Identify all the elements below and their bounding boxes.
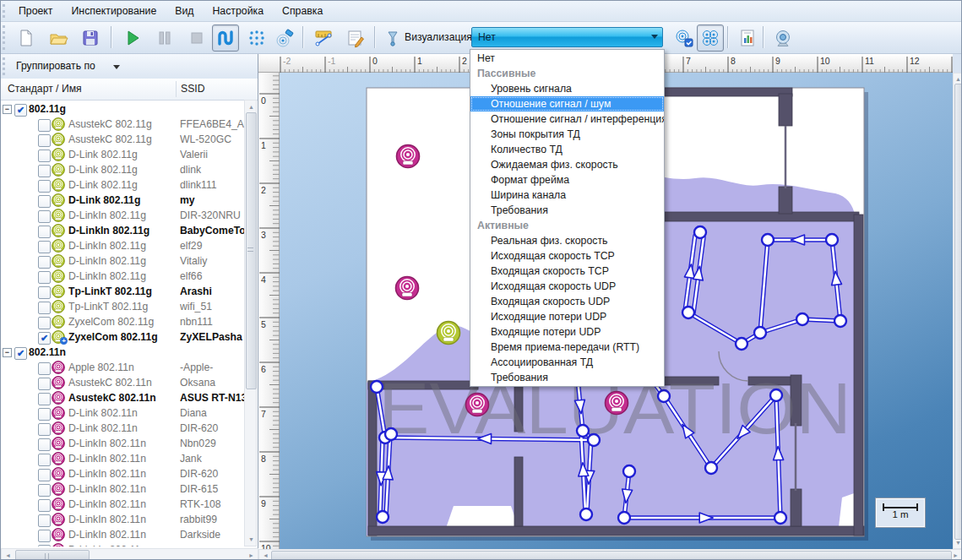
ap-checkbox[interactable] (38, 134, 51, 147)
menu-item-2[interactable]: Вид (166, 1, 203, 21)
tree-group-row[interactable]: −✔802.11n (1, 345, 244, 360)
ap-marker[interactable] (396, 277, 419, 300)
survey-node[interactable] (577, 425, 589, 437)
ap-checkbox[interactable] (38, 438, 51, 451)
tree-row[interactable]: Tp-LinkT 802.11gArashi (1, 284, 244, 299)
ap-checkbox[interactable] (38, 499, 51, 512)
visualization-option[interactable]: Требования (470, 370, 664, 385)
tree-row[interactable]: D-LinkIn 802.11nDIR-615 (1, 481, 244, 497)
start-survey-button[interactable] (119, 24, 146, 52)
tree-row[interactable]: D-LinkIn 802.11nNbn029 (1, 436, 244, 451)
menu-item-4[interactable]: Справка (273, 1, 332, 21)
ap-checkbox[interactable] (38, 393, 51, 405)
tree-row[interactable]: D-LinkIn 802.11gBabyComeTol (1, 223, 244, 238)
tree-row[interactable]: D-LinkIn 802.11nDIR-620 (1, 466, 244, 481)
tree-row[interactable]: D-Link 802.11gValerii (1, 147, 244, 162)
survey-node[interactable] (658, 390, 670, 402)
tree-row[interactable]: D-LinkIn 802.11gDIR-320NRU (1, 208, 244, 223)
tree-row[interactable]: D-LinkIn 802.11gelf66 (1, 269, 244, 284)
survey-node[interactable] (796, 313, 808, 325)
visualization-option[interactable]: Отношение сигнал / шум (470, 96, 664, 111)
continuous-path-tool-button[interactable] (212, 24, 239, 52)
survey-node[interactable] (682, 307, 694, 318)
ap-marker[interactable] (466, 394, 489, 416)
tree-row[interactable]: D-Link 802.11gdlink111 (1, 177, 244, 193)
survey-node[interactable] (754, 327, 766, 339)
survey-node[interactable] (770, 389, 782, 401)
collapse-icon[interactable]: − (3, 105, 12, 114)
tree-row[interactable]: ✔+ZyxelCom 802.11gZyXELPasha (1, 329, 244, 345)
ap-options-tool-button[interactable] (671, 24, 698, 52)
tree-row[interactable]: D-Link 802.11nDIR-620 (1, 421, 244, 436)
new-project-button[interactable] (13, 24, 40, 52)
survey-node[interactable] (834, 315, 846, 327)
point-survey-tool-button[interactable] (243, 24, 270, 52)
tree-row[interactable]: D-Link 802.11nDiana (1, 405, 244, 421)
map-vertical-scrollbar[interactable]: ▲ ▼ (953, 73, 962, 549)
ap-marker[interactable] (397, 145, 420, 168)
ap-marker[interactable] (606, 392, 628, 415)
tree-vertical-scrollbar[interactable]: ▲ ▼ (244, 100, 257, 546)
calibrate-tool-button[interactable] (310, 24, 337, 52)
ap-checkbox[interactable] (38, 545, 51, 547)
tree-row[interactable]: D-LinkIn 802.11nRTK-108 (1, 497, 244, 512)
ap-checkbox[interactable] (38, 317, 51, 329)
survey-node[interactable] (377, 511, 389, 523)
ap-checkbox[interactable] (38, 454, 51, 466)
visualization-option[interactable]: Входящая скорость UDP (470, 294, 664, 309)
tree-horizontal-scrollbar[interactable]: ◄ ► (1, 548, 258, 560)
survey-node[interactable] (618, 512, 630, 524)
tree-row[interactable]: D-LinkIn 802.11nDarkside (1, 527, 244, 542)
visualization-option[interactable]: Зоны покрытия ТД (470, 127, 664, 142)
survey-node[interactable] (694, 226, 706, 238)
tree-row[interactable]: Tp-LinkT 802.11gwifi_51 (1, 299, 244, 314)
tree-row[interactable]: AsustekC 802.11nOksana (1, 375, 244, 390)
tree-row[interactable]: D-LinkIn 802.11gVitaliy (1, 253, 244, 269)
visualization-option[interactable]: Требования (470, 203, 664, 218)
survey-node[interactable] (774, 512, 786, 524)
visualization-option[interactable]: Ширина канала (470, 188, 664, 203)
edit-notes-tool-button[interactable] (342, 24, 369, 52)
collapse-icon[interactable]: − (3, 348, 12, 357)
ap-checkbox[interactable] (38, 165, 51, 177)
menu-item-0[interactable]: Проект (9, 1, 63, 21)
tree-row[interactable]: ZyxelCom 802.11gnbn111 (1, 314, 244, 329)
visualization-option[interactable]: Реальная физ. скорость (470, 233, 664, 248)
ap-checkbox[interactable] (38, 302, 51, 314)
visualization-option[interactable]: Количество ТД (470, 142, 664, 157)
ap-checkbox[interactable] (38, 408, 51, 421)
ap-checkbox[interactable] (38, 210, 51, 223)
visualization-option[interactable]: Ассоциированная ТД (470, 355, 664, 370)
column-divider[interactable] (176, 81, 177, 97)
ap-checkbox[interactable] (38, 256, 51, 269)
ap-checkbox[interactable] (38, 119, 51, 132)
tree-group-row[interactable]: −✔802.11g (1, 101, 244, 117)
visualization-option[interactable]: Формат фрейма (470, 172, 664, 188)
tree-row[interactable]: AsustekC 802.11nASUS RT-N13 (1, 390, 244, 405)
ap-checkbox[interactable]: ✔ (14, 347, 27, 360)
survey-node[interactable] (736, 338, 747, 350)
tree-row[interactable]: AsustekC 802.11gFFEA6BE4_ASU (1, 117, 244, 132)
survey-node[interactable] (580, 508, 592, 520)
tree-row[interactable]: Apple 802.11n-Apple- (1, 360, 244, 375)
ap-checkbox[interactable] (38, 150, 51, 162)
stop-survey-button[interactable] (183, 24, 210, 52)
ap-checkbox[interactable]: ✔ (14, 104, 27, 117)
tree-row[interactable]: D-LinkIn 802.11n (1, 542, 244, 546)
camera-tool-button[interactable] (769, 24, 796, 52)
ap-checkbox[interactable]: ✔ (38, 332, 51, 345)
tree-row[interactable]: D-LinkIn 802.11nrabbit99 (1, 512, 244, 527)
visualization-option[interactable]: Нет (470, 51, 664, 66)
visualization-option[interactable]: Отношение сигнал / интерференция (470, 111, 664, 127)
tree-row[interactable]: D-LinkIn 802.11gelf29 (1, 238, 244, 253)
ap-checkbox[interactable] (38, 226, 51, 238)
gps-survey-tool-button[interactable] (272, 24, 299, 52)
visualization-option[interactable]: Время приема-передачи (RTT) (470, 340, 664, 355)
ap-checkbox[interactable] (38, 530, 51, 542)
ap-checkbox[interactable] (38, 423, 51, 436)
ap-checkbox[interactable] (38, 469, 51, 481)
menu-item-1[interactable]: Инспектирование (63, 1, 166, 21)
save-project-button[interactable] (77, 24, 104, 52)
visualization-option[interactable]: Ожидаемая физ. скорость (470, 157, 664, 172)
tree-row[interactable]: AsustekC 802.11gWL-520GC (1, 132, 244, 147)
